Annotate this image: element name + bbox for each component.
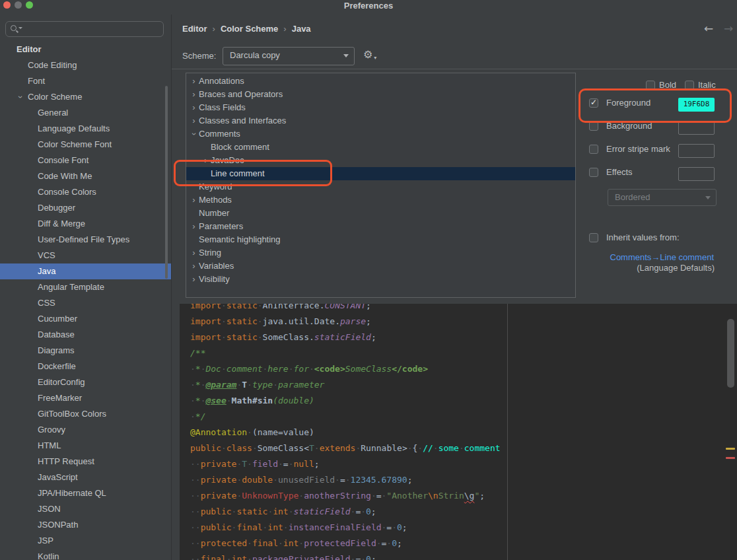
checkbox-background[interactable] bbox=[589, 122, 598, 131]
sidebar-item-console-font[interactable]: Console Font bbox=[0, 153, 171, 168]
tree-item-braces-and-operators[interactable]: ›Braces and Operators bbox=[186, 88, 575, 101]
inherit-checkbox[interactable] bbox=[589, 233, 598, 242]
code-line[interactable]: import·static·SomeClass.staticField; bbox=[190, 330, 501, 345]
chevron-right-icon[interactable]: › bbox=[189, 193, 199, 207]
code-token: 0 bbox=[392, 538, 397, 548]
color-swatch-effects[interactable] bbox=[678, 167, 715, 181]
code-line[interactable]: @Annotation·(name=value) bbox=[190, 425, 501, 440]
tree-item-comments[interactable]: ›Comments bbox=[186, 127, 575, 141]
sidebar-item-java[interactable]: Java bbox=[0, 263, 172, 279]
scheme-select[interactable]: Darcula copy bbox=[223, 47, 355, 65]
sidebar-item-editorconfig[interactable]: EditorConfig bbox=[0, 374, 171, 390]
chevron-right-icon[interactable]: › bbox=[189, 220, 199, 233]
code-line[interactable]: import·static·AnInterface.CONSTANT; bbox=[190, 304, 501, 314]
search-input[interactable] bbox=[26, 22, 160, 36]
sidebar-item-freemarker[interactable]: FreeMarker bbox=[0, 390, 171, 406]
tree-item-methods[interactable]: ›Methods bbox=[186, 193, 575, 207]
gear-icon[interactable]: ⚙ bbox=[363, 48, 372, 61]
sidebar-item-general[interactable]: General bbox=[0, 105, 171, 121]
breadcrumb-editor[interactable]: Editor bbox=[182, 24, 207, 34]
sidebar-item-kotlin[interactable]: Kotlin bbox=[0, 549, 171, 560]
chevron-right-icon[interactable]: › bbox=[189, 246, 199, 260]
effects-style-select[interactable]: Bordered bbox=[608, 189, 717, 206]
sidebar-item-dockerfile[interactable]: Dockerfile bbox=[0, 359, 171, 374]
chevron-right-icon[interactable]: › bbox=[189, 75, 199, 88]
sidebar-item-font[interactable]: Font bbox=[0, 73, 171, 89]
code-line[interactable]: ·*·@param·T·type·parameter bbox=[190, 377, 501, 393]
code-line[interactable]: ··private·T·field·=·null; bbox=[190, 456, 501, 472]
breadcrumb-java[interactable]: Java bbox=[292, 24, 311, 34]
code-line[interactable]: /** bbox=[190, 345, 501, 361]
sidebar-item-editor[interactable]: Editor bbox=[0, 42, 171, 57]
chevron-right-icon[interactable]: › bbox=[189, 114, 199, 127]
code-line[interactable]: import·static·java.util.Date.parse; bbox=[190, 314, 501, 330]
tree-item-variables[interactable]: ›Variables bbox=[186, 260, 575, 273]
sidebar-item-groovy[interactable]: Groovy bbox=[0, 422, 171, 438]
sidebar-item-jsp[interactable]: JSP bbox=[0, 533, 171, 549]
chevron-right-icon[interactable]: › bbox=[189, 101, 199, 114]
chevron-right-icon[interactable]: › bbox=[189, 260, 199, 273]
sidebar-scrollbar-thumb[interactable] bbox=[165, 86, 168, 279]
code-line[interactable]: ··protected·final·int·protectedField·=·0… bbox=[190, 536, 501, 551]
sidebar-item-user-defined-file-types[interactable]: User-Defined File Types bbox=[0, 232, 171, 248]
editor-scrollbar-thumb[interactable] bbox=[727, 319, 734, 388]
color-swatch-error-stripe-mark[interactable] bbox=[678, 144, 715, 158]
tree-item-block-comment[interactable]: Block comment bbox=[186, 141, 575, 154]
sidebar-item-console-colors[interactable]: Console Colors bbox=[0, 184, 171, 200]
code-line[interactable]: ··private·UnknownType·anotherString·=·"A… bbox=[190, 488, 501, 504]
sidebar-item-debugger[interactable]: Debugger bbox=[0, 200, 171, 216]
code-line[interactable]: ·*·Doc·comment·here·for·<code>SomeClass<… bbox=[190, 361, 501, 377]
sidebar-item-javascript[interactable]: JavaScript bbox=[0, 470, 171, 485]
checkbox-effects[interactable] bbox=[589, 168, 598, 177]
chevron-down-icon[interactable]: › bbox=[188, 129, 201, 139]
tree-item-classes-and-interfaces[interactable]: ›Classes and Interfaces bbox=[186, 114, 575, 127]
sidebar-item-cucumber[interactable]: Cucumber bbox=[0, 311, 171, 327]
sidebar-item-vcs[interactable]: VCS bbox=[0, 248, 171, 263]
tree-item-annotations[interactable]: ›Annotations bbox=[186, 75, 575, 88]
sidebar-item-color-scheme[interactable]: ›Color Scheme bbox=[0, 89, 171, 105]
search-options-caret-icon[interactable] bbox=[18, 27, 22, 29]
code-line[interactable]: ·*·@see·Math#sin(double) bbox=[190, 393, 501, 409]
code-line[interactable]: ··public·final·int·instanceFinalField·=·… bbox=[190, 520, 501, 536]
tree-item-string[interactable]: ›String bbox=[186, 246, 575, 260]
tree-item-class-fields[interactable]: ›Class Fields bbox=[186, 101, 575, 114]
sidebar-item-html[interactable]: HTML bbox=[0, 438, 171, 454]
forward-arrow-icon[interactable]: → bbox=[724, 22, 733, 35]
chevron-right-icon[interactable]: › bbox=[189, 88, 199, 101]
sidebar-item-label: Code Editing bbox=[28, 60, 77, 70]
chevron-right-icon[interactable]: › bbox=[189, 273, 199, 286]
sidebar-item-gittoolbox-colors[interactable]: GitToolBox Colors bbox=[0, 406, 171, 422]
sidebar-item-color-scheme-font[interactable]: Color Scheme Font bbox=[0, 137, 171, 153]
code-token: 12345.67890 bbox=[351, 475, 407, 485]
sidebar-item-css[interactable]: CSS bbox=[0, 295, 171, 311]
sidebar-item-code-editing[interactable]: Code Editing bbox=[0, 57, 171, 73]
chevron-down-icon[interactable]: › bbox=[13, 93, 28, 101]
tree-item-semantic-highlighting[interactable]: Semantic highlighting bbox=[186, 233, 575, 246]
tree-item-number[interactable]: Number bbox=[186, 207, 575, 220]
search-box[interactable] bbox=[5, 21, 164, 37]
sidebar-item-language-defaults[interactable]: Language Defaults bbox=[0, 121, 171, 137]
code-line[interactable]: ··private·double·unusedField·=·12345.678… bbox=[190, 472, 501, 488]
color-swatch-background[interactable] bbox=[678, 121, 715, 135]
sidebar-item-json[interactable]: JSON bbox=[0, 501, 171, 517]
checkbox-error-stripe-mark[interactable] bbox=[589, 145, 598, 154]
sidebar-item-jpa-hibernate-ql[interactable]: JPA/Hibernate QL bbox=[0, 485, 171, 501]
code-line[interactable]: ··final·int·packagePrivateField·=·0; bbox=[190, 551, 501, 560]
tree-item-parameters[interactable]: ›Parameters bbox=[186, 220, 575, 233]
sidebar-item-database[interactable]: Database bbox=[0, 327, 171, 343]
sidebar-item-jsonpath[interactable]: JSONPath bbox=[0, 517, 171, 533]
tree-item-visibility[interactable]: ›Visibility bbox=[186, 273, 575, 286]
sidebar-item-diagrams[interactable]: Diagrams bbox=[0, 343, 171, 359]
sidebar-item-label: JSON bbox=[38, 504, 61, 514]
back-arrow-icon[interactable]: ← bbox=[704, 22, 713, 35]
preview-editor[interactable]: import·static·AnInterface.CONSTANT;impor… bbox=[180, 304, 737, 560]
sidebar-item-http-request[interactable]: HTTP Request bbox=[0, 454, 171, 470]
code-line[interactable]: ··public·static·int·staticField·=·0; bbox=[190, 504, 501, 520]
sidebar-item-angular-template[interactable]: Angular Template bbox=[0, 279, 171, 295]
sidebar-item-code-with-me[interactable]: Code With Me bbox=[0, 168, 171, 184]
inherit-source-link[interactable]: Comments→Line comment bbox=[581, 252, 714, 262]
breadcrumb-color-scheme[interactable]: Color Scheme bbox=[221, 24, 278, 34]
code-line[interactable]: ·*/ bbox=[190, 409, 501, 425]
sidebar-item-diff-merge[interactable]: Diff & Merge bbox=[0, 216, 171, 232]
code-line[interactable]: public·class·SomeClass<T·extends·Runnabl… bbox=[190, 440, 501, 456]
